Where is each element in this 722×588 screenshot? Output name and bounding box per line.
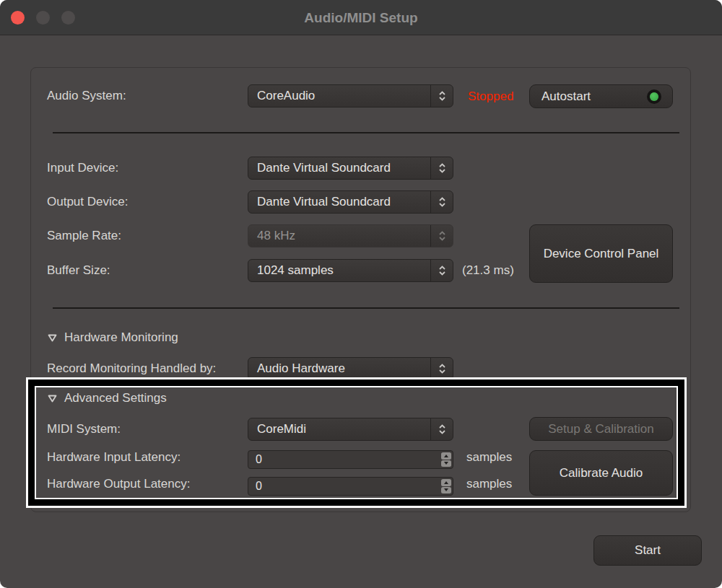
input-latency-stepper[interactable] [441, 452, 451, 467]
midi-system-dropdown[interactable]: CoreMidi [248, 418, 453, 441]
midi-system-value: CoreMidi [257, 422, 306, 436]
stepper-up-icon[interactable] [441, 479, 451, 486]
chevron-up-down-icon [430, 260, 453, 281]
chevron-up-down-icon [430, 85, 453, 107]
output-latency-field [248, 477, 453, 496]
chevron-up-down-icon [430, 358, 453, 379]
record-monitoring-dropdown[interactable]: Audio Hardware [248, 357, 453, 380]
collapse-triangle-icon [48, 395, 57, 403]
output-latency-label: Hardware Output Latency: [47, 475, 190, 493]
buffer-size-value: 1024 samples [257, 263, 334, 277]
chevron-up-down-icon [430, 225, 453, 247]
advanced-settings-title: Advanced Settings [64, 391, 167, 405]
output-latency-stepper[interactable] [441, 479, 451, 493]
hardware-monitoring-title: Hardware Monitoring [64, 330, 178, 345]
stepper-down-icon[interactable] [441, 460, 451, 468]
collapse-triangle-icon [48, 334, 57, 342]
chevron-up-down-icon [430, 157, 453, 179]
sample-rate-dropdown: 48 kHz [248, 224, 453, 247]
autostart-label: Autostart [542, 89, 591, 104]
record-monitoring-label: Record Monitoring Handled by: [47, 357, 216, 380]
input-latency-label: Hardware Input Latency: [47, 448, 180, 467]
window-title: Audio/MIDI Setup [0, 0, 722, 35]
input-device-value: Dante Virtual Soundcard [257, 161, 391, 175]
output-device-dropdown[interactable]: Dante Virtual Soundcard [248, 190, 453, 214]
input-device-dropdown[interactable]: Dante Virtual Soundcard [248, 157, 453, 180]
device-control-panel-label: Device Control Panel [544, 247, 659, 261]
record-monitoring-value: Audio Hardware [257, 361, 345, 375]
stepper-down-icon[interactable] [441, 487, 451, 494]
output-device-value: Dante Virtual Soundcard [257, 195, 391, 209]
buffer-size-label: Buffer Size: [47, 259, 110, 282]
buffer-latency-note: (21.3 ms) [462, 259, 514, 282]
output-device-label: Output Device: [47, 190, 128, 214]
output-latency-unit: samples [466, 475, 512, 493]
divider [53, 132, 679, 133]
input-latency-field [248, 450, 453, 469]
divider [53, 307, 679, 309]
setup-calibration-label: Setup & Calibration [548, 422, 653, 436]
audio-midi-setup-window: Audio/MIDI Setup Audio System: CoreAudio… [0, 0, 722, 588]
sample-rate-label: Sample Rate: [47, 224, 121, 247]
autostart-button[interactable]: Autostart [529, 84, 673, 108]
audio-system-dropdown[interactable]: CoreAudio [248, 84, 453, 107]
setup-calibration-button: Setup & Calibration [529, 417, 673, 441]
audio-system-value: CoreAudio [257, 89, 315, 102]
input-latency-unit: samples [466, 448, 512, 467]
settings-panel [30, 67, 691, 512]
advanced-settings-header[interactable]: Advanced Settings [48, 389, 167, 408]
hardware-monitoring-header[interactable]: Hardware Monitoring [48, 328, 178, 347]
start-label: Start [635, 543, 661, 558]
chevron-up-down-icon [430, 418, 453, 440]
output-latency-input[interactable] [248, 478, 440, 495]
calibrate-audio-label: Calibrate Audio [560, 466, 643, 481]
buffer-size-dropdown[interactable]: 1024 samples [248, 259, 453, 282]
audio-system-label: Audio System: [47, 84, 126, 107]
status-badge: Stopped [468, 84, 513, 108]
start-button[interactable]: Start [593, 535, 702, 566]
midi-system-label: MIDI System: [47, 418, 121, 441]
stepper-up-icon[interactable] [441, 452, 451, 460]
chevron-up-down-icon [430, 191, 453, 213]
device-control-panel-button[interactable]: Device Control Panel [529, 224, 673, 283]
calibrate-audio-button[interactable]: Calibrate Audio [529, 450, 673, 496]
sample-rate-value: 48 kHz [257, 229, 295, 242]
autostart-led-icon [650, 92, 658, 101]
titlebar: Audio/MIDI Setup [0, 0, 722, 35]
input-latency-input[interactable] [248, 451, 440, 468]
input-device-label: Input Device: [47, 157, 118, 180]
